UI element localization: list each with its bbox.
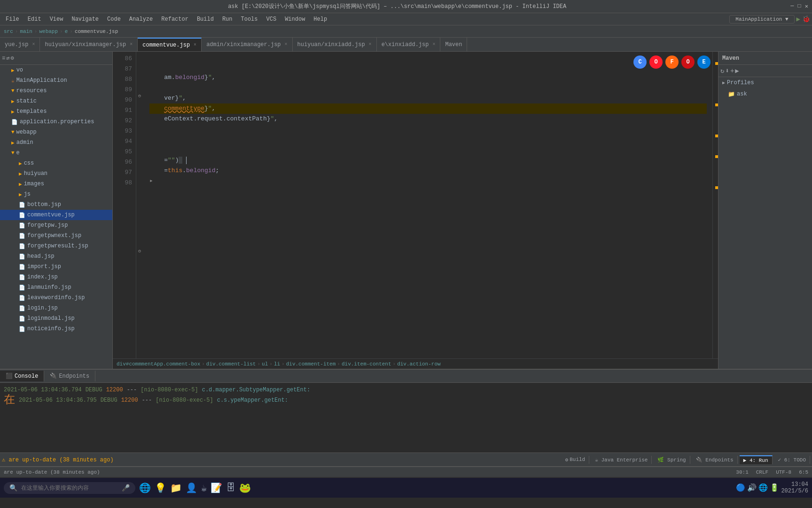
tab-maven[interactable]: Maven — [440, 38, 467, 52]
tree-collapse-icon[interactable]: ≡ — [2, 55, 5, 62]
tab-huiyuan-xinxiadd[interactable]: huiyuan/xinxiadd.jsp × — [293, 38, 377, 52]
app-explorer-icon[interactable]: 📁 — [170, 482, 182, 494]
menu-window[interactable]: Window — [281, 15, 309, 24]
taskbar-search[interactable]: 🔍 在这里输入你要搜索的内容 🎤 — [4, 482, 135, 494]
minimize-button[interactable]: ─ — [790, 3, 794, 10]
menu-view[interactable]: View — [46, 15, 67, 24]
menu-run[interactable]: Run — [219, 15, 236, 24]
tree-item-loginjsp[interactable]: 📄 login.jsp — [0, 303, 112, 313]
tree-item-static[interactable]: ▶ static — [0, 96, 112, 106]
tree-item-forgetpw[interactable]: 📄 forgetpw.jsp — [0, 220, 112, 230]
tab-close-huiyuan[interactable]: × — [130, 42, 133, 47]
tree-item-admin[interactable]: ▶ admin — [0, 137, 112, 148]
tree-item-images[interactable]: ▶ images — [0, 179, 112, 189]
tree-item-resources[interactable]: ▼ resources — [0, 86, 112, 96]
close-button[interactable]: ✕ — [805, 3, 808, 10]
tree-item-huiyuan[interactable]: ▶ huiyuan — [0, 168, 112, 179]
breadcrumb-item-3[interactable]: ul — [262, 361, 268, 367]
tree-item-vo[interactable]: ▶ vo — [0, 65, 112, 75]
bottom-tab-spring[interactable]: 🌿 Spring — [654, 456, 690, 464]
breadcrumb-item-5[interactable]: div.comment-item — [286, 361, 336, 367]
app-person-icon[interactable]: 👤 — [186, 482, 197, 494]
bottom-tab-javaenterprise[interactable]: ☕ Java Enterprise — [591, 456, 652, 464]
tree-item-forgetpwresult[interactable]: 📄 forgetpwresult.jsp — [0, 241, 112, 251]
tree-item-mainapplication[interactable]: ☕ MainApplication — [0, 75, 112, 86]
breadcrumb-item-6[interactable]: div.item-content — [342, 361, 391, 367]
tree-item-leaveword[interactable]: 📄 leavewordinfo.jsp — [0, 293, 112, 303]
tab-close-admin[interactable]: × — [285, 42, 288, 47]
maven-profiles-item[interactable]: ▶ Profiles — [718, 77, 812, 88]
tree-item-noticeinfo[interactable]: 📄 noticeinfo.jsp — [0, 324, 112, 334]
debug-button[interactable]: 🐞 — [802, 15, 810, 23]
app-idea-icon[interactable]: 💡 — [155, 482, 166, 494]
tree-item-loginmodal[interactable]: 📄 loginmodal.jsp — [0, 313, 112, 324]
maven-ask-item[interactable]: 📁 ask — [718, 88, 812, 100]
editor[interactable]: C O F O E 86 87 88 89 90 91 92 93 94 95 … — [113, 52, 718, 369]
tree-item-e[interactable]: ▼ e — [0, 148, 112, 158]
maven-download-icon[interactable]: ⬇ — [725, 67, 729, 75]
status-encoding[interactable]: UTF-8 — [776, 469, 791, 475]
menu-navigate[interactable]: Navigate — [68, 15, 102, 24]
tree-item-importjsp[interactable]: 📄 import.jsp — [0, 262, 112, 272]
status-position[interactable]: 30:1 — [736, 469, 748, 475]
breadcrumb-item-1[interactable]: div#commmentApp.comment-box — [117, 361, 200, 367]
tab-yue[interactable]: yue.jsp × — [0, 38, 40, 52]
tree-item-lanmuinfojsp[interactable]: 📄 lanmuinfo.jsp — [0, 282, 112, 293]
menu-file[interactable]: File — [2, 15, 23, 24]
tree-settings-icon[interactable]: ⚙ — [10, 55, 14, 62]
app-db-icon[interactable]: 🗄 — [226, 482, 235, 493]
maven-add-icon[interactable]: + — [730, 67, 734, 75]
app-java-icon[interactable]: ☕ — [201, 482, 207, 494]
status-line-ending[interactable]: CRLF — [756, 469, 768, 475]
menu-analyze[interactable]: Analyze — [125, 15, 156, 24]
tab-commentvue[interactable]: commentvue.jsp × — [138, 38, 202, 52]
app-ie-icon[interactable]: 🌐 — [139, 482, 151, 494]
tree-item-css[interactable]: ▶ css — [0, 158, 112, 168]
editor-content[interactable]: 86 87 88 89 90 91 92 93 94 95 96 97 98 ⊖… — [113, 52, 718, 358]
breadcrumb-item-7[interactable]: div.action-row — [397, 361, 440, 367]
bottom-tab-todo[interactable]: ✓ 6: TODO — [774, 456, 810, 464]
firefox-icon[interactable]: F — [665, 56, 679, 69]
run-button[interactable]: ▶ — [796, 15, 800, 23]
opera2-icon[interactable]: O — [681, 56, 695, 69]
bottom-tab-build[interactable]: ⚙ Build — [562, 456, 590, 464]
tab-close-huiyuan-add[interactable]: × — [369, 42, 372, 47]
tree-item-js[interactable]: ▶ js — [0, 189, 112, 199]
tree-item-bottomjsp[interactable]: 📄 bottom.jsp — [0, 199, 112, 210]
tree-item-appprops[interactable]: 📄 application.properties — [0, 117, 112, 127]
tab-close-xinxiadd[interactable]: × — [432, 42, 435, 47]
bottom-tab-endpoints[interactable]: 🔌 Endpoints — [44, 371, 95, 381]
app-word-icon[interactable]: 📝 — [211, 482, 222, 494]
menu-code[interactable]: Code — [103, 15, 125, 24]
tab-admin-xinximanager[interactable]: admin/xinximanager.jsp × — [202, 38, 292, 52]
menu-refactor[interactable]: Refactor — [157, 15, 192, 24]
maven-refresh-icon[interactable]: ↻ — [720, 67, 724, 75]
microphone-icon[interactable]: 🎤 — [122, 484, 130, 492]
menu-vcs[interactable]: VCS — [263, 15, 281, 24]
tab-xinxiadd[interactable]: e\xinxiadd.jsp × — [377, 38, 441, 52]
maximize-button[interactable]: □ — [798, 3, 801, 10]
tree-item-forgetpwnext[interactable]: 📄 forgetpwnext.jsp — [0, 230, 112, 241]
tab-close-commentvue[interactable]: × — [194, 42, 196, 48]
menu-build[interactable]: Build — [193, 15, 218, 24]
tab-close-yue[interactable]: × — [32, 42, 35, 47]
tab-huiyuan-xinximanager[interactable]: huiyuan/xinximanager.jsp × — [40, 38, 138, 52]
menu-tools[interactable]: Tools — [237, 15, 262, 24]
code-area[interactable]: am.belongid}", ver}", commenttype}", eCo… — [144, 52, 712, 358]
bottom-tab-run[interactable]: ▶ 4: Run — [740, 455, 773, 464]
tree-nav-icon[interactable]: ⇄ — [6, 55, 9, 62]
breadcrumb-item-4[interactable]: li — [274, 361, 280, 367]
bottom-tab-console[interactable]: ⬛ Console — [0, 371, 44, 381]
edge-icon[interactable]: E — [697, 56, 710, 69]
tree-item-templates[interactable]: ▶ templates — [0, 106, 112, 117]
bottom-tab-endpoints-strip[interactable]: 🔌 Endpoints — [692, 456, 738, 464]
tree-item-indexjsp[interactable]: 📄 index.jsp — [0, 272, 112, 282]
opera-icon[interactable]: O — [649, 56, 663, 69]
tree-item-headjsp[interactable]: 📄 head.jsp — [0, 251, 112, 262]
maven-run-icon[interactable]: ▶ — [735, 67, 739, 75]
chrome-icon[interactable]: C — [633, 56, 647, 69]
run-config-selector[interactable]: MainApplication ▼ — [729, 15, 794, 24]
tree-item-commentvuejsp[interactable]: 📄 commentvue.jsp — [0, 210, 112, 220]
app-green-icon[interactable]: 🐸 — [239, 482, 251, 494]
tree-item-webapp[interactable]: ▼ webapp — [0, 127, 112, 137]
